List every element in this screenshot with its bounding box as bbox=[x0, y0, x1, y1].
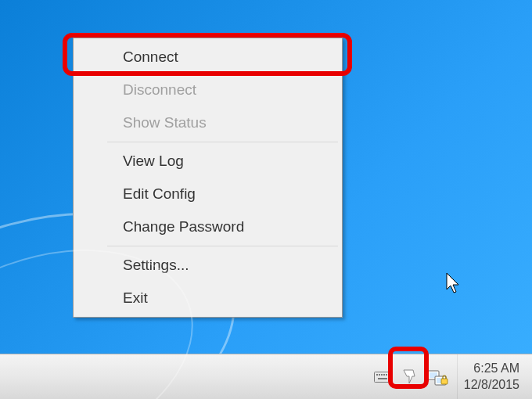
svg-rect-2 bbox=[379, 374, 380, 376]
taskbar-clock[interactable]: 6:25 AM 12/8/2015 bbox=[457, 354, 527, 399]
menu-label: Disconnect bbox=[123, 81, 196, 98]
menu-label: Connect bbox=[123, 49, 178, 65]
menu-item-disconnect: Disconnect bbox=[76, 74, 340, 106]
menu-item-show-status: Show Status bbox=[76, 106, 340, 139]
taskbar: 6:25 AM 12/8/2015 bbox=[0, 354, 532, 399]
svg-rect-5 bbox=[386, 374, 387, 376]
keyboard-icon[interactable] bbox=[369, 354, 396, 399]
svg-rect-6 bbox=[378, 378, 387, 379]
desktop-background: Connect Disconnect Show Status View Log … bbox=[0, 0, 532, 399]
menu-item-connect[interactable]: Connect bbox=[76, 41, 340, 74]
svg-rect-1 bbox=[376, 374, 378, 376]
menu-label: Edit Config bbox=[123, 185, 196, 202]
vpn-tray-icon[interactable] bbox=[422, 354, 454, 399]
menu-item-settings[interactable]: Settings... bbox=[76, 249, 340, 282]
svg-rect-4 bbox=[383, 374, 385, 376]
vpn-context-menu: Connect Disconnect Show Status View Log … bbox=[73, 38, 343, 318]
svg-rect-11 bbox=[441, 379, 448, 384]
action-center-icon[interactable] bbox=[396, 354, 422, 399]
clock-date: 12/8/2015 bbox=[464, 377, 519, 394]
svg-rect-3 bbox=[381, 374, 383, 376]
menu-item-exit[interactable]: Exit bbox=[76, 282, 340, 315]
svg-rect-0 bbox=[374, 372, 390, 382]
menu-item-change-password[interactable]: Change Password bbox=[76, 210, 340, 243]
menu-separator bbox=[107, 142, 338, 142]
menu-label: Change Password bbox=[123, 218, 244, 235]
mouse-cursor-icon bbox=[446, 272, 462, 294]
menu-label: View Log bbox=[123, 153, 184, 169]
menu-label: Show Status bbox=[123, 114, 207, 131]
menu-label: Exit bbox=[123, 289, 148, 306]
menu-label: Settings... bbox=[123, 257, 189, 273]
menu-item-edit-config[interactable]: Edit Config bbox=[76, 178, 340, 210]
menu-item-view-log[interactable]: View Log bbox=[76, 145, 340, 178]
clock-time: 6:25 AM bbox=[473, 361, 519, 377]
menu-separator bbox=[107, 246, 338, 246]
system-tray: 6:25 AM 12/8/2015 bbox=[369, 354, 527, 399]
